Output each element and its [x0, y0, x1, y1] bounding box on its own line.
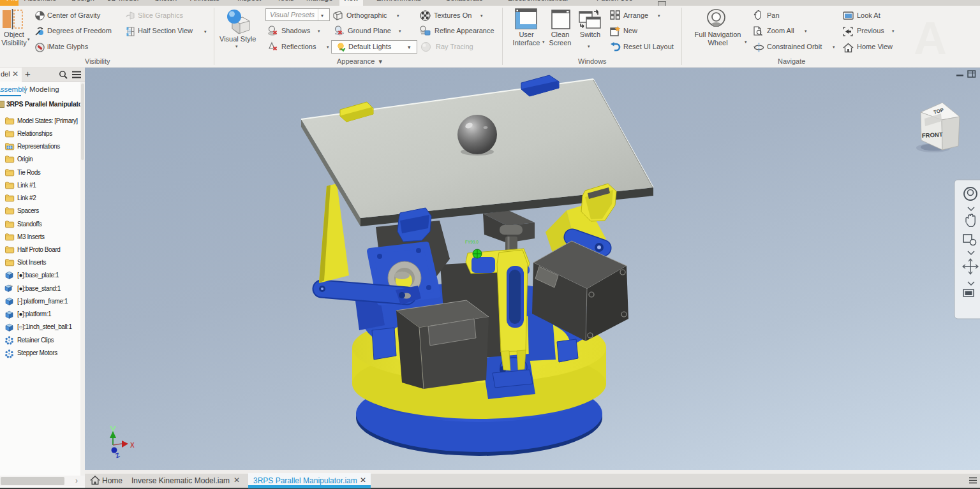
svg-text:Z: Z — [114, 451, 121, 459]
svg-text:FY99.0: FY99.0 — [465, 240, 479, 244]
svg-text:X: X — [130, 442, 135, 449]
svg-text:FRONT: FRONT — [922, 131, 943, 139]
